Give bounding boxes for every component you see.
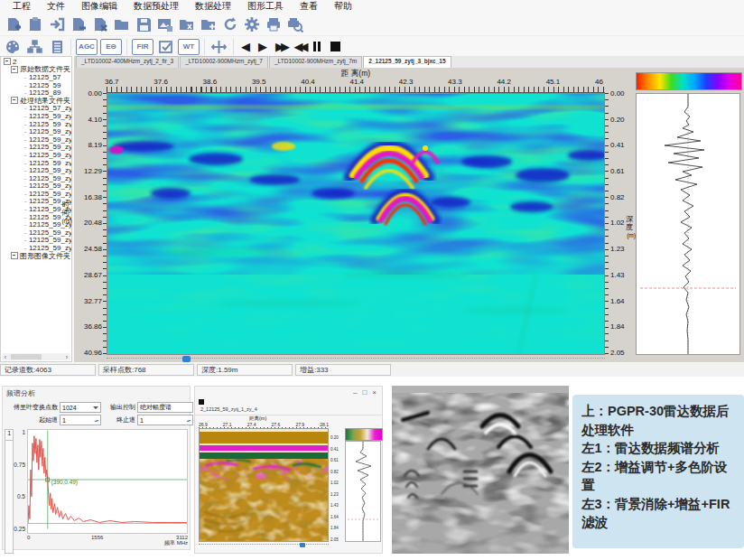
trace-list-item[interactable]: 1 [5,430,13,441]
menu-item[interactable]: 帮助 [327,0,359,13]
tree-item[interactable]: 原始数据文件夹 [3,66,71,74]
colorbar[interactable] [636,72,742,90]
spinner-icon[interactable]: ▴▾ [187,419,191,422]
tree-item[interactable]: 12125_59_zy [3,190,71,198]
open-folder-icon[interactable] [112,15,131,33]
tree-item[interactable]: 12125_59_zy [3,127,71,135]
wavelet-transform-button[interactable]: WT [178,39,200,55]
folder-add-icon[interactable] [199,15,218,33]
tree-item-label: 12125_59_zy [24,229,71,237]
delete-file-icon[interactable] [90,15,109,33]
colorbar[interactable] [345,428,383,441]
spinner-icon[interactable]: ▴▾ [95,419,98,422]
document-tab[interactable]: 2_12125_59_zytj_1_zy_4 [195,406,382,415]
tree-item[interactable]: 12125_59_zy [3,166,71,174]
collapse-icon[interactable] [11,66,18,73]
image-scrollbar[interactable] [199,544,329,548]
stop-icon[interactable] [199,399,204,405]
start-trace-input[interactable]: 1▴▾ [60,415,101,425]
scroll-position-thumb[interactable] [182,356,191,362]
new-file-icon[interactable] [4,15,23,33]
spectrum-plot[interactable]: (390,0.49) 0 1556 3112频率 MHz [27,429,188,554]
tree-item[interactable]: 12125_59_zy [3,174,71,182]
tree-item[interactable]: 12125_59_zy [3,135,71,144]
tree-root[interactable]: 2 [3,58,71,66]
tree-horizontal-scrollbar[interactable]: ‹ › [2,353,70,360]
output-control-select[interactable]: 绝对幅度谱 [137,402,193,413]
menu-item[interactable]: 图形工具 [240,0,291,13]
depth-tick-label: 0.61 [330,458,343,462]
menu-item[interactable]: 图像编辑 [74,0,125,13]
scroll-left-icon[interactable]: ‹ [2,354,9,360]
refresh-icon[interactable] [220,15,239,33]
agc-gain-button[interactable]: AGC [76,39,98,55]
tree-item[interactable]: 12125_59_zy [3,182,71,191]
end-trace-input[interactable]: 1▴▾ [137,415,193,425]
scroll-right-icon[interactable]: › [63,354,70,360]
play-back-icon[interactable]: ◀ [238,39,253,55]
rewind-icon[interactable]: ◀◀ [292,39,308,55]
tree-structure-icon[interactable] [25,38,44,56]
tree-item[interactable]: 12125_59_zy [3,244,71,252]
menu-item[interactable]: 查看 [293,0,325,13]
print-preview-icon[interactable] [285,15,304,33]
maximize-icon[interactable]: □ [362,388,367,397]
gain-curve-button[interactable]: EΘ [100,39,122,55]
document-tab[interactable]: _LTD10002-900MHzm_zytj_7m [269,56,362,68]
stop-icon[interactable] [330,42,340,51]
collapse-icon[interactable] [11,97,18,104]
grayscale-radargram[interactable] [392,386,569,554]
print-icon[interactable] [264,15,283,33]
scroll-thumb[interactable] [11,354,42,359]
tree-item[interactable]: 12125_59_zy [3,112,71,120]
document-tab[interactable]: _LTD10002-400MHzm_zytj_2_fir_3 [76,56,179,68]
trace-panel[interactable] [345,441,381,542]
export-file-icon[interactable] [69,15,88,33]
depth-tick-label: 0.82 [610,193,625,201]
trace-panel[interactable] [636,93,740,355]
settings-gear-icon[interactable] [242,15,261,33]
menu-item[interactable]: 数据处理 [188,0,238,13]
play-forward-icon[interactable]: ▶ [256,39,270,55]
menu-item[interactable]: 工程 [5,0,38,13]
tree-item[interactable]: 12125_59_zy [3,144,71,152]
save-icon[interactable] [134,15,153,33]
import-icon[interactable] [47,15,66,33]
tree-item[interactable]: 12125_59_zy [3,229,71,237]
radargram-canvas-gold[interactable] [199,428,329,542]
tree-item[interactable]: 处理结果文件夹 [3,97,71,105]
tab-label: 2_12125_59_zytj_3_bjxc_15 [368,58,445,64]
tree-item[interactable]: 12125_59_zy [3,120,71,128]
close-icon[interactable]: × [372,388,377,397]
data-list-icon[interactable] [47,38,66,56]
paste-icon[interactable] [25,15,44,33]
palette-icon[interactable] [4,38,23,56]
tree-item[interactable]: 12125_59_zy [3,237,71,245]
tree-item[interactable]: 12125_59 [3,81,71,89]
fir-filter-button[interactable]: FIR [132,39,153,55]
trace-list[interactable]: 1 [5,429,14,554]
tree-item[interactable]: 12125_57_zy [3,105,71,113]
collapse-icon[interactable] [4,58,11,65]
tree-item[interactable]: 12125_59_zy [3,151,71,159]
collapse-icon[interactable] [11,252,18,259]
tree-item[interactable]: 12125_59_zy [3,159,71,167]
document-tab[interactable]: _LTD10002-900MHzm_zytj_7 [180,56,268,68]
pause-icon[interactable] [310,42,324,51]
edit-brush-icon[interactable] [156,38,175,56]
menu-item[interactable]: 文件 [40,0,72,13]
tree-item[interactable]: 图形图像文件夹 [3,252,71,260]
tree-item[interactable]: 12125_89 [3,89,71,97]
tree-item[interactable]: 12125_57 [3,73,71,81]
menu-item[interactable]: 数据预处理 [126,0,186,13]
folder-cut-icon[interactable] [177,15,196,33]
minimize-icon[interactable]: – [353,388,357,397]
fast-forward-icon[interactable]: ▶▶ [273,39,289,55]
crosshair-icon[interactable] [209,38,228,56]
time-tick-label: 24.58 [84,245,102,253]
scroll-position-thumb[interactable] [300,543,305,547]
radargram-canvas[interactable] [107,93,605,355]
document-tab[interactable]: 2_12125_59_zytj_3_bjxc_15 [363,56,451,68]
save-image-icon[interactable] [155,15,174,33]
fft-points-select[interactable]: 1024 [60,402,101,413]
